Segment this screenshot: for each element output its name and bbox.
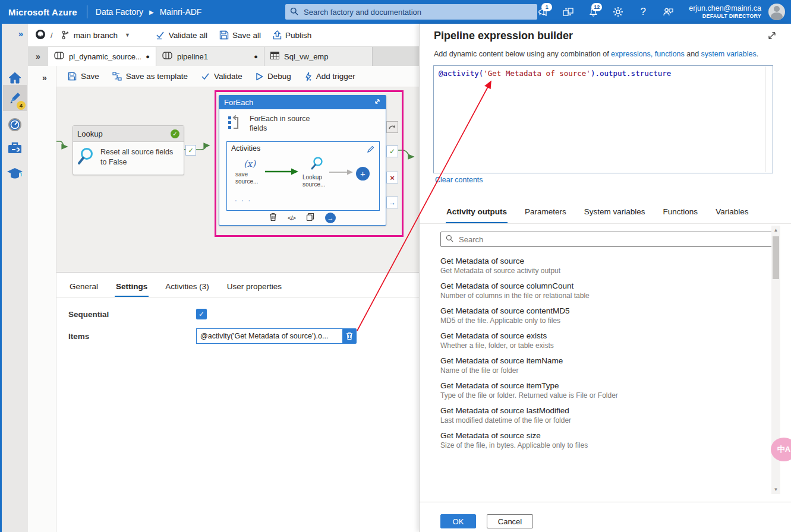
pipeline-canvas[interactable]: Lookup ✓ Reset all source fields to Fals… — [56, 87, 419, 272]
settings-gear-button[interactable] — [608, 3, 628, 21]
ok-button[interactable]: OK — [440, 514, 476, 528]
add-inner-activity-button[interactable]: + — [356, 167, 370, 180]
branch-selector[interactable]: main branch ▼ — [58, 28, 134, 42]
expression-editor[interactable]: @activity('Get Metadata of source').outp… — [433, 65, 773, 173]
resources-expand-icon[interactable]: » — [42, 73, 47, 83]
navigate-into-foreach-button[interactable]: → — [325, 213, 336, 223]
foreach-icon — [227, 114, 242, 132]
builder-tab-5[interactable]: Variables — [715, 205, 749, 223]
foreach-activity-node[interactable]: ForEach ForEach in source fields Activit… — [219, 95, 386, 226]
publish-button[interactable]: Publish — [269, 28, 315, 42]
outputs-search-input[interactable] — [458, 235, 768, 245]
cancel-button[interactable]: Cancel — [487, 514, 533, 528]
announcements-button[interactable]: 1 — [533, 3, 553, 21]
foreach-completion-connector[interactable]: → — [386, 197, 398, 208]
builder-tab-1[interactable]: Activity outputs — [446, 205, 508, 223]
builder-tab-2[interactable]: Parameters — [524, 205, 567, 223]
rail-expand-icon[interactable]: » — [18, 28, 23, 39]
announcements-badge: 1 — [541, 3, 552, 11]
help-button[interactable]: ? — [633, 3, 653, 21]
nav-author-button[interactable]: 4 — [3, 85, 27, 111]
activity-config-panel: GeneralSettingsActivities (3)User proper… — [56, 272, 419, 532]
output-item-7[interactable]: Get Metadata of source lastModifiedLast … — [440, 406, 761, 425]
save-all-button[interactable]: Save all — [216, 28, 264, 42]
output-item-4[interactable]: Get Metadata of source existsWhether a f… — [440, 331, 761, 350]
builder-tab-4[interactable]: Functions — [663, 205, 699, 223]
global-search-input[interactable] — [302, 7, 532, 17]
tab-label: Sql_vw_emp — [284, 52, 366, 61]
system-variables-link[interactable]: system variables — [701, 50, 757, 58]
output-title: Get Metadata of source exists — [440, 331, 761, 340]
panel-subtitle: Add dynamic content below using any comb… — [434, 50, 758, 58]
validate-all-button[interactable]: Validate all — [152, 28, 211, 42]
output-item-1[interactable]: Get Metadata of sourceGet Metadata of so… — [440, 256, 761, 275]
inner-lookup-icon — [310, 165, 323, 172]
foreach-skip-connector[interactable] — [386, 121, 398, 133]
azure-brand[interactable]: Microsoft Azure — [8, 7, 77, 17]
notifications-button[interactable]: 12 — [583, 3, 603, 21]
outputs-search[interactable] — [440, 232, 773, 247]
more-activities-indicator[interactable]: . . . — [235, 194, 251, 203]
config-tab-3[interactable]: Activities (3) — [164, 280, 210, 297]
output-item-2[interactable]: Get Metadata of source columnCountNumber… — [440, 281, 761, 300]
unsaved-dot-icon: ● — [254, 53, 258, 60]
subtitle-text: and — [685, 50, 701, 58]
pipeline-tab-3[interactable]: Sql_vw_emp — [264, 47, 373, 66]
account-info[interactable]: erjun.chen@mainri.ca DEFAULT DIRECTORY — [689, 4, 761, 20]
output-title: Get Metadata of source itemType — [440, 381, 761, 390]
config-tab-4[interactable]: User properties — [226, 280, 283, 297]
code-icon[interactable]: </> — [288, 214, 295, 221]
config-tab-1[interactable]: General — [68, 280, 99, 297]
items-clear-button[interactable] — [342, 328, 357, 344]
foreach-activities-container[interactable]: Activities (x) save source... Lookup sou… — [226, 141, 380, 211]
tab-label: pl_dynamic_source... — [69, 52, 141, 61]
debug-label: Debug — [267, 72, 291, 81]
clone-icon[interactable] — [306, 213, 314, 223]
add-trigger-button[interactable]: Add trigger — [299, 69, 361, 84]
switch-resource-button[interactable] — [558, 3, 578, 21]
inner-activity-set-variable[interactable]: (x) save source... — [234, 159, 265, 186]
pipeline-tab-1[interactable]: pl_dynamic_source...● — [48, 47, 156, 66]
save-as-template-button[interactable]: Save as template — [107, 69, 193, 84]
collapse-icon[interactable] — [374, 98, 381, 107]
lookup-activity-node[interactable]: Lookup ✓ Reset all source fields to Fals… — [73, 125, 184, 175]
foreach-failure-connector[interactable]: × — [386, 172, 398, 183]
builder-tab-3[interactable]: System variables — [584, 205, 646, 223]
lookup-success-connector[interactable]: ✓ — [185, 145, 196, 156]
debug-button[interactable]: Debug — [250, 69, 297, 84]
output-item-3[interactable]: Get Metadata of source contentMD5MD5 of … — [440, 306, 761, 325]
nav-manage-button[interactable] — [3, 138, 27, 158]
expressions-functions-link[interactable]: expressions, functions — [611, 50, 685, 58]
breadcrumb-app[interactable]: Data Factory — [96, 7, 143, 17]
items-expression-input[interactable] — [196, 328, 346, 344]
output-item-6[interactable]: Get Metadata of source itemTypeType of t… — [440, 381, 761, 400]
pipeline-tab-2[interactable]: pipeline1● — [156, 47, 264, 66]
foreach-success-connector[interactable]: ✓ — [386, 145, 398, 157]
topbar-actions: 1 12 ? erjun.chen@mainri.ca DEFAULT DIRE… — [533, 0, 791, 24]
global-search[interactable] — [285, 4, 537, 20]
expand-panel-icon[interactable] — [767, 31, 777, 42]
scroll-down-icon[interactable]: ▼ — [771, 485, 780, 494]
validate-button[interactable]: Validate — [196, 69, 248, 84]
delete-icon[interactable] — [269, 213, 277, 223]
nav-learning-button[interactable] — [3, 163, 27, 183]
scroll-up-icon[interactable]: ▲ — [771, 226, 780, 235]
output-item-8[interactable]: Get Metadata of source sizeSize of the f… — [440, 431, 761, 449]
feedback-button[interactable] — [658, 3, 678, 21]
edit-activities-icon[interactable] — [366, 145, 375, 156]
avatar[interactable] — [768, 4, 785, 20]
breadcrumb-factory[interactable]: Mainri-ADF — [160, 7, 202, 17]
sequential-checkbox[interactable]: ✓ — [196, 309, 207, 319]
config-tab-2[interactable]: Settings — [115, 280, 149, 297]
save-button[interactable]: Save — [62, 69, 105, 84]
output-description: MD5 of the file. Applicable only to file… — [440, 316, 761, 325]
nav-monitor-button[interactable] — [3, 115, 27, 135]
output-description: Name of the file or folder — [440, 366, 761, 375]
topbar-divider — [87, 5, 87, 18]
inner-activity-lookup[interactable]: Lookup source... — [301, 156, 332, 189]
github-icon[interactable] — [35, 29, 46, 42]
output-item-5[interactable]: Get Metadata of source itemNameName of t… — [440, 356, 761, 375]
scrollbar-thumb[interactable] — [773, 236, 779, 279]
tabstrip-expand-icon[interactable]: » — [28, 46, 48, 66]
clear-contents-link[interactable]: Clear contents — [435, 176, 483, 184]
